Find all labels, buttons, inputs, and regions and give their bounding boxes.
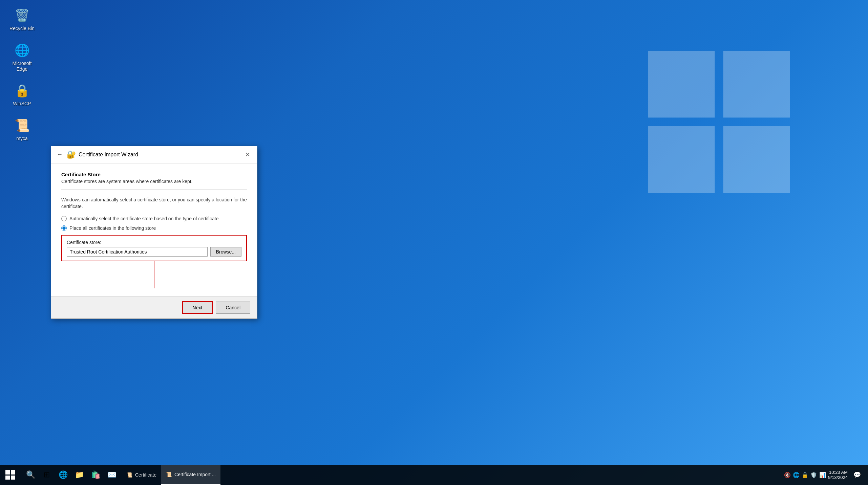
cert-store-row: Browse...: [67, 247, 241, 257]
start-button[interactable]: [0, 465, 20, 485]
notification-icon[interactable]: 💬: [850, 465, 865, 485]
cert-store-label: Certificate store:: [67, 240, 241, 245]
taskbar-clock[interactable]: 10:23 AM 9/13/2024: [828, 470, 848, 480]
section-title: Certificate Store: [61, 172, 247, 177]
radio-manual[interactable]: [61, 225, 67, 231]
radio-manual-label: Place all certificates in the following …: [69, 225, 156, 231]
desc-text: Windows can automatically select a certi…: [61, 197, 247, 210]
clock-time: 10:23 AM: [829, 470, 848, 475]
browse-button[interactable]: Browse...: [210, 247, 241, 257]
dialog-title: Certificate Import Wizard: [79, 152, 138, 158]
radio-auto-label: Automatically select the certificate sto…: [69, 216, 218, 221]
dialog-footer: Next Cancel: [51, 296, 257, 318]
radio-auto-option[interactable]: Automatically select the certificate sto…: [61, 216, 247, 221]
cert-import-taskbar-app[interactable]: 📜 Certificate Import ...: [161, 465, 220, 485]
certificate-taskbar-app[interactable]: 📜 Certificate: [122, 465, 161, 485]
lock-icon[interactable]: 🔒: [802, 472, 808, 478]
taskbar: 🔍 ⊞ 🌐 📁 🛍️ ✉️ 📜 Certificate 📜 Certificat…: [0, 465, 868, 485]
search-taskbar-icon[interactable]: 🔍: [23, 465, 38, 485]
certificate-app-icon: 📜: [127, 472, 132, 478]
clock-date: 9/13/2024: [828, 475, 848, 480]
radio-manual-option[interactable]: Place all certificates in the following …: [61, 225, 247, 231]
chart-icon[interactable]: 📊: [819, 472, 826, 478]
edge-taskbar-icon[interactable]: 🌐: [56, 465, 70, 485]
divider: [61, 190, 247, 190]
network-icon[interactable]: 🌐: [793, 472, 800, 478]
windows-logo-icon: [5, 470, 15, 480]
certificate-import-dialog: ← 🔐 Certificate Import Wizard ✕ Certific…: [51, 146, 257, 319]
dialog-body: Certificate Store Certificate stores are…: [51, 163, 257, 296]
system-tray: 🔇 🌐 🔒 🛡️ 📊 10:23 AM 9/13/2024 💬: [781, 465, 868, 485]
shield-icon[interactable]: 🛡️: [810, 472, 817, 478]
dialog-titlebar: ← 🔐 Certificate Import Wizard ✕: [51, 146, 257, 163]
next-button[interactable]: Next: [183, 302, 213, 314]
section-desc: Certificate stores are system areas wher…: [61, 179, 247, 184]
cert-import-app-icon: 📜: [166, 472, 172, 477]
taskbar-quick-launch: 🔍 ⊞ 🌐 📁 🛍️ ✉️: [20, 465, 122, 485]
sys-icons: 🔇 🌐 🔒 🛡️ 📊: [784, 472, 826, 478]
cancel-button[interactable]: Cancel: [216, 302, 250, 314]
close-button[interactable]: ✕: [242, 149, 253, 160]
certificate-app-label: Certificate: [135, 472, 156, 478]
task-view-icon[interactable]: ⊞: [39, 465, 54, 485]
wizard-icon: 🔐: [67, 150, 76, 159]
annotation-line: [154, 261, 154, 288]
store-taskbar-icon[interactable]: 🛍️: [88, 465, 103, 485]
back-button[interactable]: ←: [57, 151, 63, 158]
cert-import-app-label: Certificate Import ...: [174, 472, 216, 477]
cert-store-box: Certificate store: Browse...: [61, 235, 247, 261]
mail-taskbar-icon[interactable]: ✉️: [104, 465, 119, 485]
desktop: 🗑️ Recycle Bin 🌐 Microsoft Edge 🔒 WinSCP…: [0, 0, 868, 485]
dialog-overlay: ← 🔐 Certificate Import Wizard ✕ Certific…: [0, 0, 868, 465]
cert-store-input[interactable]: [67, 247, 208, 257]
explorer-taskbar-icon[interactable]: 📁: [72, 465, 87, 485]
radio-auto[interactable]: [61, 216, 67, 221]
volume-icon[interactable]: 🔇: [784, 472, 791, 478]
